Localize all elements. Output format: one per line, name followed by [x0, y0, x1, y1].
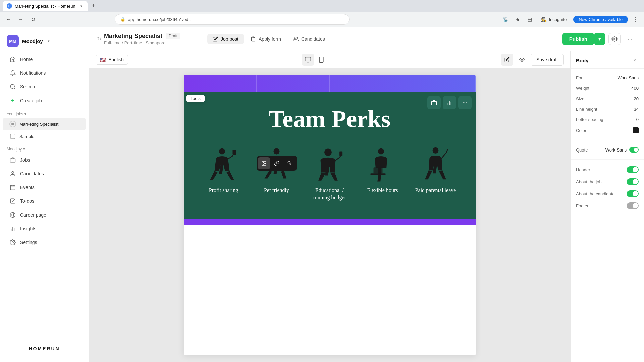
avatar: MM — [7, 35, 19, 47]
quote-toggle[interactable] — [629, 147, 639, 153]
canvas-actions: Save draft — [501, 54, 564, 66]
more-options-btn[interactable]: ··· — [624, 33, 636, 45]
tab-close-btn[interactable]: × — [78, 3, 84, 9]
tab-candidates-label: Candidates — [301, 36, 325, 42]
incognito-label: Incognito — [549, 17, 567, 22]
preview-mode-btn[interactable] — [516, 54, 528, 66]
sidebar: MM Moodjoy ▾ Home Notifications — [0, 27, 89, 362]
sidebar-item-insights[interactable]: Insights — [3, 222, 86, 235]
sidebar-item-settings[interactable]: Settings — [3, 236, 86, 249]
tab-apply-form[interactable]: Apply form — [245, 34, 286, 44]
svg-rect-37 — [370, 173, 385, 175]
mobile-view-btn[interactable] — [315, 54, 327, 66]
active-tab[interactable]: H Marketing Specialist · Homerun × — [3, 1, 88, 11]
chrome-update-btn[interactable]: New Chrome available — [573, 16, 628, 23]
sidebar-item-todos[interactable]: To-dos — [3, 194, 86, 208]
perk-label-pet-friendly: Pet friendly — [264, 187, 289, 194]
flag-icon: 🇺🇸 — [100, 57, 106, 62]
main-content: ↻ Marketing Specialist Draft Full-time /… — [89, 27, 644, 362]
font-value[interactable]: Work Sans — [618, 75, 639, 80]
sidebar-item-label-candidates: Candidates — [20, 171, 44, 176]
perk-chart-btn[interactable] — [443, 96, 456, 109]
letter-spacing-value[interactable]: 0 — [636, 117, 639, 122]
incognito-btn[interactable]: 🕵 Incognito — [537, 15, 571, 23]
toolbar-link-btn[interactable] — [271, 157, 283, 169]
publish-dropdown-btn[interactable]: ▾ — [594, 33, 605, 45]
svg-rect-17 — [305, 57, 311, 61]
team-perks-title: Team Perks — [201, 105, 459, 133]
header-tabs: Job post Apply form Candidates — [207, 34, 330, 44]
sidebar-item-candidates[interactable]: Candidates — [3, 167, 86, 180]
home-icon — [9, 56, 16, 63]
your-jobs-chevron: ▾ — [24, 112, 26, 116]
sidebar-item-label-jobs: Jobs — [20, 157, 30, 163]
tools-badge: Tools — [186, 95, 205, 102]
bookmark-btn[interactable]: ★ — [513, 15, 522, 24]
svg-rect-23 — [431, 101, 436, 105]
browser-nav-right: 📡 ★ ▤ 🕵 Incognito New Chrome available ⋮ — [501, 15, 640, 24]
svg-point-16 — [614, 38, 615, 40]
sidebar-item-jobs[interactable]: Jobs — [3, 153, 86, 167]
chrome-menu-btn[interactable]: ⋮ — [631, 15, 640, 24]
line-height-label: Line height — [576, 107, 597, 112]
about-candidate-toggle-label: About the candidate — [576, 191, 615, 196]
sidebar-item-label-insights: Insights — [20, 226, 36, 231]
sidebar-item-label-create-job: Create job — [20, 98, 42, 103]
color-swatch[interactable] — [633, 127, 639, 133]
weight-value[interactable]: 400 — [631, 86, 639, 91]
toolbar-delete-btn[interactable] — [283, 157, 296, 169]
toolbar-image-btn[interactable] — [258, 157, 270, 169]
svg-point-3 — [12, 171, 14, 173]
tab-candidates[interactable]: Candidates — [288, 34, 330, 44]
perk-item-pet-friendly: Pet friendly — [254, 146, 300, 194]
sidebar-item-create-job[interactable]: + Create job — [3, 94, 86, 107]
refresh-btn[interactable]: ↻ — [28, 15, 38, 24]
job-dot-marketing — [9, 121, 16, 127]
job-settings-btn[interactable] — [608, 33, 621, 45]
header-toggle[interactable] — [627, 166, 639, 173]
cast-btn[interactable]: 📡 — [501, 15, 510, 24]
publish-button[interactable]: Publish — [562, 33, 594, 45]
tab-apply-form-label: Apply form — [259, 36, 281, 42]
new-tab-btn[interactable]: + — [89, 1, 98, 11]
sidebar-item-events[interactable]: Events — [3, 181, 86, 194]
sidebar-item-notifications[interactable]: Notifications — [3, 66, 86, 80]
panel-close-btn[interactable]: × — [631, 56, 639, 64]
sidebar-job-marketing-specialist[interactable]: Marketing Specialist — [3, 118, 86, 130]
quote-font-value[interactable]: Work Sans — [605, 147, 627, 153]
address-bar[interactable]: 🔒 app.homerun.co/job/336451/edit — [115, 14, 350, 25]
sidebar-job-sample[interactable]: Sample — [3, 130, 86, 142]
forward-btn[interactable]: → — [16, 15, 25, 24]
tab-title: Marketing Specialist · Homerun — [15, 4, 75, 9]
sidebar-item-career-page[interactable]: Career page — [3, 208, 86, 222]
panel-row-font: Font Work Sans — [576, 73, 639, 83]
panel-row-line-height: Line height 34 — [576, 104, 639, 114]
job-post-icon — [213, 36, 218, 42]
sidebar-item-search[interactable]: Search — [3, 80, 86, 94]
footer-toggle-label: Footer — [576, 203, 589, 208]
edit-mode-btn[interactable] — [501, 54, 513, 66]
save-draft-button[interactable]: Save draft — [531, 54, 564, 66]
perk-item-flexible: Flexible hours — [360, 146, 406, 194]
line-height-value[interactable]: 34 — [634, 107, 639, 112]
sidebar-item-home[interactable]: Home — [3, 53, 86, 66]
refresh-icon[interactable]: ↻ — [97, 36, 101, 42]
footer-toggle[interactable] — [627, 202, 639, 209]
perk-label-educational: Educational / training budget — [307, 187, 353, 202]
back-btn[interactable]: ← — [4, 15, 13, 24]
tab-job-post[interactable]: Job post — [207, 34, 244, 44]
device-toggle-group — [302, 54, 327, 66]
about-job-toggle[interactable] — [627, 178, 639, 185]
language-selector[interactable]: 🇺🇸 English — [96, 55, 128, 65]
side-panel-btn[interactable]: ▤ — [525, 15, 534, 24]
sidebar-item-label-career-page: Career page — [20, 212, 46, 218]
svg-point-39 — [432, 147, 438, 154]
perk-more-btn[interactable]: ··· — [458, 96, 472, 109]
app-header: ↻ Marketing Specialist Draft Full-time /… — [89, 27, 644, 51]
sidebar-header: MM Moodjoy ▾ — [0, 32, 89, 52]
browser-chrome: H Marketing Specialist · Homerun × + ← →… — [0, 0, 644, 27]
about-candidate-toggle[interactable] — [627, 190, 639, 197]
desktop-view-btn[interactable] — [302, 54, 314, 66]
size-value[interactable]: 20 — [634, 96, 639, 101]
perk-briefcase-btn[interactable] — [427, 96, 441, 109]
